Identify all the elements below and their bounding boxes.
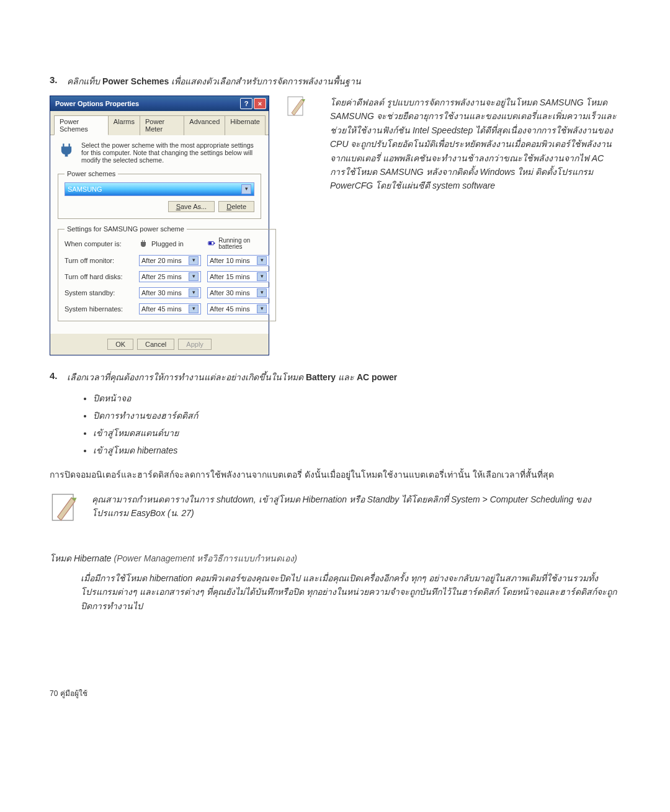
step-4-b2: AC power	[357, 372, 397, 382]
list-item: เข้าสู่โหมดสแตนด์บาย	[93, 426, 620, 440]
list-item: ปิดการทำงานของฮาร์ดดิสก์	[93, 409, 620, 422]
step-3-post: เพื่อแสดงตัวเลือกสำหรับการจัดการพลังงานพ…	[171, 76, 361, 86]
svg-rect-1	[214, 243, 215, 244]
plugged-in-header: Plugged in	[139, 239, 201, 249]
plugged-in-label: Plugged in	[151, 240, 184, 248]
standby-battery-value: After 30 mins	[210, 289, 250, 297]
disks-battery-value: After 15 mins	[210, 273, 250, 280]
explanation-text: โดยค่าดีฟอลต์ รูปแบบการจัดการพลังงานจะอย…	[330, 96, 620, 193]
step-4-text: เลือกเวลาที่คุณต้องการให้การทำงานแต่ละอย…	[67, 370, 397, 384]
disks-plugged-value: After 25 mins	[141, 273, 182, 280]
standby-plugged-value: After 30 mins	[141, 289, 182, 297]
step-4-mid: และ	[338, 372, 357, 382]
tab-hibernate[interactable]: Hibernate	[225, 115, 266, 135]
tab-alarms[interactable]: Alarms	[108, 115, 140, 135]
hibernate-battery-value: After 45 mins	[210, 305, 250, 313]
scheme-select[interactable]: SAMSUNG ▾	[65, 182, 254, 196]
dialog-title: Power Options Properties	[55, 100, 139, 107]
chevron-down-icon: ▾	[257, 256, 267, 265]
step-3-bold: Power Schemes	[102, 76, 169, 86]
list-item: เข้าสู่โหมด hibernates	[93, 444, 620, 457]
ok-button[interactable]: OK	[107, 339, 133, 350]
step-3-text: คลิกแท็บ Power Schemes เพื่อแสดงตัวเลือก…	[67, 74, 361, 88]
monitor-plugged-value: After 20 mins	[141, 257, 182, 264]
svg-rect-2	[209, 242, 212, 244]
delete-button[interactable]: Delete	[218, 201, 254, 212]
apply-label: Apply	[186, 341, 203, 348]
tab-power-schemes[interactable]: Power Schemes	[54, 115, 109, 135]
hibernate-battery-select[interactable]: After 45 mins▾	[207, 303, 269, 315]
power-plug-icon	[58, 141, 75, 159]
help-button[interactable]: ?	[240, 98, 252, 109]
turn-off-monitor-label: Turn off monitor:	[65, 257, 133, 264]
batteries-header: Running on batteries	[207, 238, 269, 250]
tab-advanced[interactable]: Advanced	[184, 115, 225, 135]
disks-battery-select[interactable]: After 15 mins▾	[207, 271, 269, 282]
step-3: 3. คลิกแท็บ Power Schemes เพื่อแสดงตัวเล…	[50, 74, 620, 88]
power-options-dialog: Power Options Properties ? × Power Schem…	[50, 96, 269, 355]
disks-plugged-select[interactable]: After 25 mins▾	[139, 271, 201, 282]
hibernate-plugged-select[interactable]: After 45 mins▾	[139, 303, 201, 315]
list-item: ปิดหน้าจอ	[93, 391, 620, 405]
monitor-battery-value: After 10 mins	[210, 257, 250, 264]
batteries-label: Running on batteries	[218, 238, 269, 250]
step-4: 4. เลือกเวลาที่คุณต้องการให้การทำงานแต่ล…	[50, 370, 620, 384]
chevron-down-icon: ▾	[257, 272, 267, 281]
settings-legend: Settings for SAMSUNG power scheme	[65, 225, 187, 233]
settings-group: Settings for SAMSUNG power scheme When c…	[58, 225, 276, 321]
hibernate-heading: โหมด Hibernate (Power Management หรือวิธ…	[50, 551, 620, 565]
power-schemes-group: Power schemes SAMSUNG ▾ SSave As...ave A…	[58, 170, 261, 219]
power-schemes-legend: Power schemes	[65, 170, 118, 177]
step-4-pre: เลือกเวลาที่คุณต้องการให้การทำงานแต่ละอย…	[67, 372, 306, 382]
plug-icon	[139, 239, 149, 249]
turn-off-disks-label: Turn off hard disks:	[65, 273, 133, 280]
monitor-battery-select[interactable]: After 10 mins▾	[207, 255, 269, 266]
tip-block: คุณสามารถกำหนดตารางในการ shutdown, เข้าส…	[50, 493, 620, 529]
paragraph-monitor-disk: การปิดจอมอนิเตอร์และฮาร์ดดิสก์จะลดการใช้…	[50, 468, 620, 481]
tip-text: คุณสามารถกำหนดตารางในการ shutdown, เข้าส…	[92, 493, 620, 520]
when-computer-is-label: When computer is:	[65, 240, 133, 248]
hibernates-label: System hibernates:	[65, 305, 133, 313]
chevron-down-icon: ▾	[189, 305, 199, 313]
pencil-note-icon	[50, 493, 81, 529]
save-as-button[interactable]: SSave As...ave As...	[168, 201, 215, 212]
battery-icon	[207, 239, 216, 249]
monitor-plugged-select[interactable]: After 20 mins▾	[139, 255, 201, 266]
close-button[interactable]: ×	[254, 98, 266, 109]
standby-battery-select[interactable]: After 30 mins▾	[207, 287, 269, 298]
hibernate-description: เมื่อมีการใช้โหมด hibernation คอมพิวเตอร…	[81, 571, 620, 613]
step-3-number: 3.	[50, 74, 67, 85]
pencil-note-icon	[287, 96, 306, 120]
chevron-down-icon: ▾	[241, 184, 251, 194]
standby-plugged-select[interactable]: After 30 mins▾	[139, 287, 201, 298]
chevron-down-icon: ▾	[257, 288, 267, 297]
dialog-titlebar: Power Options Properties ? ×	[50, 96, 269, 111]
hibernate-plugged-value: After 45 mins	[141, 305, 182, 313]
bullet-list: ปิดหน้าจอ ปิดการทำงานของฮาร์ดดิสก์ เข้าส…	[93, 391, 620, 457]
chevron-down-icon: ▾	[189, 256, 199, 265]
scheme-select-value: SAMSUNG	[68, 185, 102, 193]
tab-power-meter[interactable]: Power Meter	[140, 115, 184, 135]
dialog-tabs: Power Schemes Alarms Power Meter Advance…	[50, 111, 269, 135]
standby-label: System standby:	[65, 289, 133, 297]
step-4-b1: Battery	[306, 372, 336, 382]
chevron-down-icon: ▾	[189, 288, 199, 297]
dialog-description: Select the power scheme with the most ap…	[81, 141, 261, 164]
chevron-down-icon: ▾	[257, 305, 267, 313]
chevron-down-icon: ▾	[189, 272, 199, 281]
step-4-number: 4.	[50, 370, 67, 381]
apply-button[interactable]: Apply	[178, 339, 212, 350]
cancel-button[interactable]: Cancel	[137, 339, 174, 350]
page-footer: 70 คู่มือผู้ใช้	[50, 687, 620, 699]
step-3-pre: คลิกแท็บ	[67, 76, 102, 86]
